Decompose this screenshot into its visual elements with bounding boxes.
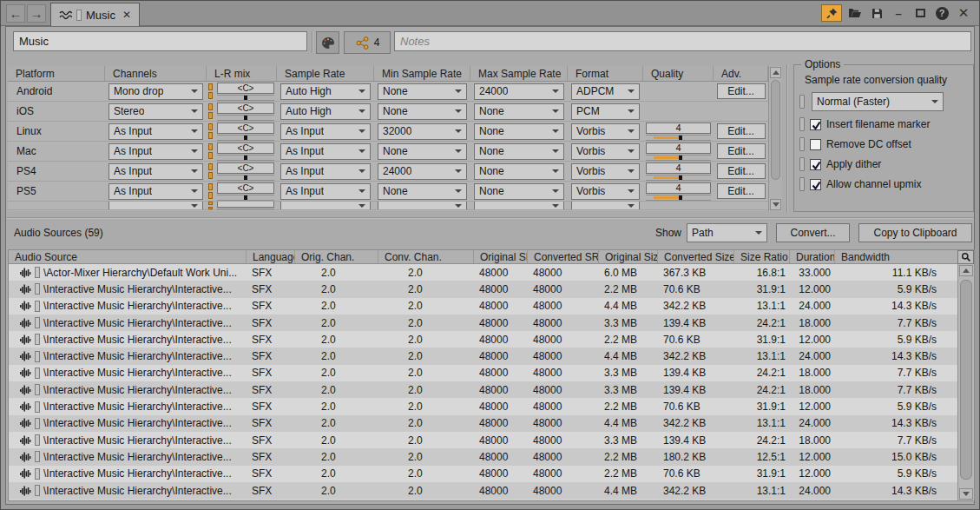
- col-header-conv-chan[interactable]: Conv. Chan.: [378, 250, 474, 263]
- format-dropdown[interactable]: Vorbis: [571, 123, 640, 140]
- link-indicator[interactable]: [799, 137, 805, 151]
- slider-handle[interactable]: [244, 209, 247, 210]
- channels-dropdown[interactable]: As Input: [109, 163, 203, 180]
- show-dropdown[interactable]: Path: [687, 223, 767, 242]
- min-sample-rate-dropdown[interactable]: None: [378, 183, 467, 200]
- col-header-audio-source[interactable]: Audio Source: [9, 250, 247, 263]
- color-button[interactable]: [316, 31, 339, 54]
- insert-filename-marker-checkbox[interactable]: [810, 119, 821, 130]
- help-button[interactable]: ?: [933, 4, 950, 22]
- tab-close-icon[interactable]: ✕: [122, 9, 131, 21]
- col-header-language[interactable]: Language: [247, 250, 295, 263]
- min-sample-rate-dropdown[interactable]: 24000: [378, 163, 467, 180]
- sample-rate-dropdown[interactable]: As Input: [280, 143, 371, 160]
- quality-slider[interactable]: 4: [646, 123, 711, 141]
- min-sample-rate-dropdown[interactable]: [378, 202, 467, 210]
- save-button[interactable]: [868, 4, 885, 22]
- audio-source-row[interactable]: \Interactive Music Hierarchy\Interactive…: [9, 466, 959, 482]
- src-quality-dropdown[interactable]: Normal (Faster): [812, 92, 944, 111]
- share-button[interactable]: 4: [344, 31, 391, 54]
- search-button[interactable]: [957, 250, 974, 264]
- audio-source-row[interactable]: \Actor-Mixer Hierarchy\Default Work Uni.…: [9, 264, 959, 281]
- audio-source-row[interactable]: \Interactive Music Hierarchy\Interactive…: [9, 398, 959, 414]
- lr-mix-slider[interactable]: <C>: [217, 182, 274, 201]
- open-project-button[interactable]: [846, 4, 864, 22]
- min-sample-rate-dropdown[interactable]: None: [378, 143, 467, 160]
- format-dropdown[interactable]: PCM: [571, 103, 640, 120]
- lr-mix-slider[interactable]: <C>: [217, 162, 274, 181]
- sample-rate-dropdown[interactable]: As Input: [280, 163, 371, 180]
- tab-music[interactable]: Music ✕: [50, 3, 140, 26]
- col-header-orig-chan[interactable]: Orig. Chan.: [295, 250, 378, 263]
- link-indicator[interactable]: [799, 177, 805, 191]
- edit-advanced-button[interactable]: Edit...: [717, 123, 766, 139]
- audio-source-row[interactable]: \Interactive Music Hierarchy\Interactive…: [9, 432, 959, 448]
- channels-dropdown[interactable]: Stereo: [109, 103, 203, 120]
- max-sample-rate-dropdown[interactable]: None: [474, 103, 564, 120]
- audio-source-row[interactable]: \Interactive Music Hierarchy\Interactive…: [9, 381, 959, 398]
- max-sample-rate-dropdown[interactable]: 24000: [474, 83, 564, 100]
- slider-handle[interactable]: [679, 176, 682, 180]
- link-indicator[interactable]: [799, 117, 805, 131]
- format-dropdown[interactable]: [571, 202, 640, 210]
- quality-slider[interactable]: 4: [646, 182, 711, 201]
- min-sample-rate-dropdown[interactable]: None: [378, 103, 467, 120]
- channels-dropdown[interactable]: Mono drop: [109, 83, 203, 100]
- forward-button[interactable]: →: [27, 4, 46, 23]
- scroll-down-button[interactable]: [959, 488, 973, 500]
- channels-dropdown[interactable]: As Input: [109, 123, 203, 140]
- table-vertical-scrollbar[interactable]: [957, 264, 974, 500]
- max-sample-rate-dropdown[interactable]: None: [474, 123, 564, 140]
- channels-dropdown[interactable]: [109, 202, 203, 210]
- edit-advanced-button[interactable]: Edit...: [717, 163, 766, 179]
- allow-channel-upmix-checkbox[interactable]: [810, 179, 821, 190]
- format-dropdown[interactable]: ADPCM: [571, 83, 640, 100]
- audio-source-row[interactable]: \Interactive Music Hierarchy\Interactive…: [9, 365, 959, 381]
- pin-button[interactable]: [821, 4, 842, 22]
- audio-source-row[interactable]: \Interactive Music Hierarchy\Interactive…: [9, 331, 959, 348]
- col-header-converted-sr[interactable]: Converted SR: [528, 250, 599, 263]
- lr-mix-slider[interactable]: <C>: [217, 83, 274, 101]
- max-sample-rate-dropdown[interactable]: None: [474, 163, 564, 180]
- slider-handle[interactable]: [244, 195, 247, 200]
- lr-mix-slider[interactable]: [217, 202, 274, 210]
- audio-source-row[interactable]: \Interactive Music Hierarchy\Interactive…: [9, 482, 959, 499]
- channels-dropdown[interactable]: As Input: [109, 183, 203, 200]
- min-sample-rate-dropdown[interactable]: None: [378, 83, 467, 100]
- col-header-original-size[interactable]: Original Size: [599, 250, 658, 263]
- sample-rate-dropdown[interactable]: Auto High: [280, 83, 371, 100]
- lr-mix-slider[interactable]: <C>: [217, 142, 274, 161]
- edit-advanced-button[interactable]: Edit...: [717, 183, 766, 199]
- slider-handle[interactable]: [679, 195, 682, 200]
- apply-dither-checkbox[interactable]: [810, 159, 821, 170]
- slider-handle[interactable]: [679, 136, 682, 140]
- col-header-original-sr[interactable]: Original SR: [474, 250, 528, 263]
- col-header-duration[interactable]: Duration: [790, 250, 835, 263]
- max-sample-rate-dropdown[interactable]: [474, 202, 564, 210]
- audio-source-row[interactable]: \Interactive Music Hierarchy\Interactive…: [9, 315, 959, 331]
- scroll-up-button[interactable]: [770, 67, 781, 78]
- minimize-button[interactable]: –: [890, 4, 907, 22]
- audio-source-row[interactable]: \Interactive Music Hierarchy\Interactive…: [9, 281, 959, 297]
- sample-rate-dropdown[interactable]: [280, 202, 371, 210]
- format-dropdown[interactable]: Vorbis: [571, 163, 640, 180]
- scroll-up-button[interactable]: [959, 265, 973, 276]
- lr-mix-slider[interactable]: <C>: [217, 123, 274, 141]
- edit-advanced-button[interactable]: Edit...: [717, 143, 766, 159]
- max-sample-rate-dropdown[interactable]: None: [474, 183, 564, 200]
- link-indicator[interactable]: [799, 157, 805, 171]
- audio-source-row[interactable]: \Interactive Music Hierarchy\Interactive…: [9, 415, 959, 432]
- max-sample-rate-dropdown[interactable]: None: [474, 143, 564, 160]
- sample-rate-dropdown[interactable]: As Input: [280, 123, 371, 140]
- format-dropdown[interactable]: Vorbis: [571, 143, 640, 160]
- table-scrollbar-thumb[interactable]: [960, 280, 972, 480]
- audio-source-row[interactable]: \Interactive Music Hierarchy\Interactive…: [9, 298, 959, 315]
- name-input[interactable]: [13, 31, 307, 51]
- copy-to-clipboard-button[interactable]: Copy to Clipboard: [858, 223, 972, 242]
- scroll-down-button[interactable]: [770, 199, 781, 210]
- col-header-bandwidth[interactable]: Bandwidth: [835, 250, 959, 263]
- col-header-converted-size[interactable]: Converted Size: [658, 250, 734, 263]
- edit-advanced-button[interactable]: Edit...: [717, 83, 766, 99]
- grid-vertical-scrollbar[interactable]: [768, 66, 782, 211]
- notes-input[interactable]: [394, 31, 971, 51]
